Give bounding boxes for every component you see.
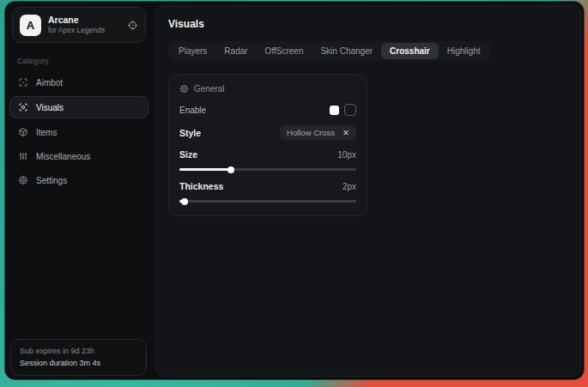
sidebar-item-label: Miscellaneous [36, 152, 90, 161]
sidebar-item-label: Items [36, 128, 57, 137]
enable-label: Enable [179, 106, 206, 115]
size-row: Size 10px [179, 149, 356, 160]
enable-checkbox[interactable] [344, 104, 356, 116]
brand-text: Arcane for Apex Legends [48, 15, 120, 35]
style-row: Style Hollow Cross ✕ [179, 125, 356, 140]
subscription-info-card: Sub expires in 9d 23h Session duration 3… [10, 339, 147, 376]
size-label: Size [179, 149, 197, 160]
sidebar-item-items[interactable]: Items [9, 122, 149, 142]
thickness-value: 2px [342, 182, 356, 191]
clear-icon[interactable]: ✕ [342, 128, 349, 137]
thickness-slider[interactable] [179, 197, 356, 204]
brand-subtitle: for Apex Legends [48, 26, 120, 35]
enable-controls [330, 104, 356, 116]
style-select[interactable]: Hollow Cross ✕ [280, 125, 356, 140]
visuals-tabbar: Players Radar OffScreen Skin Changer Cro… [168, 41, 491, 61]
sidebar-item-visuals[interactable]: Visuals [9, 96, 149, 118]
tab-skin-changer[interactable]: Skin Changer [312, 43, 381, 59]
tab-radar[interactable]: Radar [215, 43, 256, 59]
sidebar-item-label: Visuals [36, 103, 64, 112]
brand-name: Arcane [48, 15, 120, 26]
sidebar: A Arcane for Apex Legends Category [5, 2, 153, 379]
slider-track [179, 200, 356, 203]
tab-players[interactable]: Players [170, 43, 215, 59]
tab-offscreen[interactable]: OffScreen [257, 43, 312, 59]
eye-scan-icon [18, 102, 28, 112]
session-duration-text: Session duration 3m 4s [20, 358, 137, 370]
category-label: Category [17, 57, 153, 65]
sliders-icon [18, 151, 28, 161]
main-content: Visuals Players Radar OffScreen Skin Cha… [155, 5, 581, 377]
size-slider[interactable] [179, 166, 356, 172]
general-panel: General Enable Style Hollow Cross ✕ Size… [168, 74, 367, 216]
page-title: Visuals [168, 18, 580, 30]
category-nav: Aimbot Visuals [5, 72, 153, 190]
brand-card: A Arcane for Apex Legends [12, 7, 146, 43]
sub-expires-text: Sub expires in 9d 23h [20, 346, 137, 358]
app-logo: A [20, 15, 41, 36]
general-panel-title: General [194, 84, 225, 94]
style-label: Style [179, 128, 201, 138]
enable-color-swatch[interactable] [330, 106, 339, 115]
size-value: 10px [337, 150, 356, 160]
gear-icon [18, 175, 28, 185]
sidebar-item-aimbot[interactable]: Aimbot [9, 72, 149, 93]
thickness-row: Thickness 2px [179, 181, 356, 191]
sidebar-item-label: Settings [36, 176, 67, 185]
sidebar-item-settings[interactable]: Settings [9, 170, 149, 190]
sidebar-item-label: Aimbot [36, 78, 63, 88]
slider-thumb[interactable] [181, 198, 188, 205]
thickness-label: Thickness [179, 181, 223, 191]
general-panel-header: General [179, 84, 356, 94]
sidebar-item-miscellaneous[interactable]: Miscellaneous [9, 146, 149, 166]
style-selected-value: Hollow Cross [287, 128, 335, 137]
general-gear-icon [179, 84, 189, 94]
tab-crosshair[interactable]: Crosshair [381, 43, 439, 59]
package-icon [18, 127, 28, 137]
target-icon[interactable] [127, 20, 138, 31]
enable-row: Enable [179, 104, 356, 116]
app-window: A Arcane for Apex Legends Category [5, 2, 584, 379]
slider-thumb[interactable] [227, 166, 234, 173]
tab-highlight[interactable]: Highlight [439, 43, 489, 59]
slider-fill [179, 168, 231, 171]
crosshair-icon [18, 77, 28, 88]
